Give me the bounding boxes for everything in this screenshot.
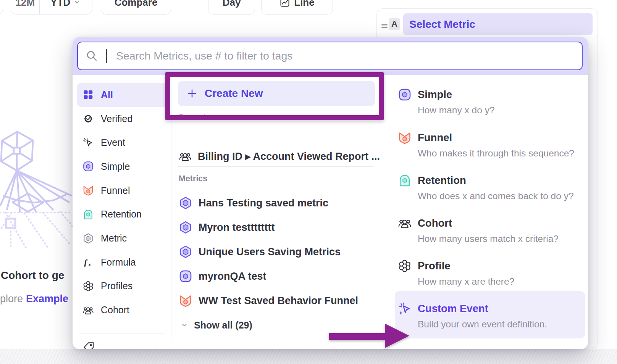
- metric-item[interactable]: WW Test Saved Behavior Funnel: [179, 292, 358, 310]
- empty-state-headline: Cohort to ge: [1, 269, 64, 282]
- item-label: WW Test Saved Behavior Funnel: [199, 295, 358, 307]
- item-label: Unique Users Saving Metrics: [199, 246, 341, 258]
- list-divider: [178, 166, 374, 167]
- category-label: Verified: [101, 113, 132, 124]
- category-cohort[interactable]: Cohort: [77, 298, 169, 322]
- sidebar-divider: [80, 333, 165, 333]
- metric-type-description: How many users match x criteria?: [418, 232, 559, 245]
- metric-item[interactable]: Myron testttttttt: [179, 218, 275, 237]
- drag-handle-icon[interactable]: [380, 22, 389, 30]
- category-formula[interactable]: ƒxFormula: [77, 250, 169, 274]
- category-metric[interactable]: Metric: [77, 226, 169, 250]
- granularity-day-button[interactable]: Day: [208, 0, 255, 14]
- metric-type-title: Cohort: [418, 214, 452, 232]
- metric-type-custom-event[interactable]: Custom EventBuild your own event definit…: [398, 300, 585, 335]
- chart-type-line-button[interactable]: Line: [261, 0, 333, 14]
- tag-icon: [83, 342, 95, 349]
- wireframe-cube-illustration: [0, 128, 73, 250]
- chevron-down-icon: [180, 321, 189, 329]
- explore-text-fragment: plore: [0, 293, 23, 304]
- select-metric-button[interactable]: Select Metric: [403, 13, 593, 35]
- sidebar-item-clipped[interactable]: [83, 342, 95, 349]
- category-label: All: [101, 89, 113, 100]
- metric-type-title: Retention: [418, 171, 466, 190]
- category-event[interactable]: Event: [77, 130, 169, 155]
- custom-event-icon: [398, 302, 412, 316]
- category-profiles[interactable]: Profiles: [77, 274, 169, 298]
- category-funnel[interactable]: Funnel: [77, 179, 169, 203]
- saved-metric-icon: [179, 196, 192, 210]
- simple-metric-icon: [398, 88, 412, 101]
- metric-type-retention[interactable]: RetentionWho does x and comes back to do…: [398, 171, 585, 206]
- show-all-toggle[interactable]: Show all (29): [180, 319, 252, 332]
- metric-type-description: How many x do y?: [418, 104, 495, 117]
- event-cursor-icon: [82, 137, 94, 148]
- funnel-icon: [82, 185, 94, 196]
- svg-text:ƒ: ƒ: [84, 258, 88, 267]
- funnel-icon: [398, 131, 412, 145]
- date-range-control: 12M YTD: [11, 0, 92, 14]
- item-label: Billing ID ▸ Account Viewed Report ...: [198, 150, 380, 163]
- metric-hexagon-icon: [82, 233, 94, 244]
- column-divider: [171, 82, 171, 338]
- metric-type-title: Funnel: [418, 129, 452, 147]
- metric-item[interactable]: myronQA test: [179, 267, 267, 285]
- metric-type-description: How many x are there?: [418, 275, 514, 288]
- cohort-people-icon: [398, 216, 412, 230]
- recent-item[interactable]: Billing ID ▸ Account Viewed Report ...: [179, 147, 380, 166]
- toolbar-button-fragment[interactable]: [0, 0, 3, 14]
- metric-type-description: Who does x and comes back to do y?: [418, 190, 574, 203]
- annotation-arrow-icon: [325, 320, 415, 355]
- retention-icon: [398, 174, 412, 187]
- category-verified[interactable]: Verified: [77, 107, 169, 131]
- metric-type-simple[interactable]: SimpleHow many x do y?: [398, 85, 585, 121]
- metric-item[interactable]: Unique Users Saving Metrics: [179, 243, 341, 261]
- series-a-badge: A: [389, 18, 400, 30]
- range-12m-button[interactable]: 12M: [11, 0, 39, 14]
- category-label: Simple: [101, 161, 130, 172]
- category-label: Retention: [101, 209, 142, 220]
- formula-icon: ƒx: [82, 256, 94, 268]
- column-divider: [393, 82, 393, 338]
- category-label: Metric: [101, 233, 127, 244]
- item-label: Myron testttttttt: [199, 222, 275, 234]
- metric-search-input[interactable]: [77, 42, 583, 70]
- item-label: myronQA test: [199, 271, 267, 282]
- verified-badge-icon: [82, 113, 94, 124]
- metric-item[interactable]: Hans Testing saved metric: [179, 194, 328, 212]
- cohort-people-icon: [82, 304, 94, 316]
- profiles-icon: [82, 280, 94, 292]
- category-label: Cohort: [101, 304, 129, 316]
- text-cursor: [106, 49, 107, 63]
- metric-type-profile[interactable]: ProfileHow many x are there?: [398, 257, 585, 292]
- category-label: Profiles: [101, 280, 132, 292]
- metric-type-description: Who makes it through this sequence?: [418, 147, 574, 160]
- category-retention[interactable]: Retention: [77, 203, 169, 227]
- metric-type-title: Custom Event: [418, 300, 488, 318]
- compare-button[interactable]: Compare: [101, 0, 171, 14]
- profiles-icon: [398, 259, 412, 273]
- line-chart-icon: [279, 0, 290, 8]
- metric-type-title: Simple: [418, 85, 452, 104]
- grid-icon: [82, 89, 94, 100]
- simple-metric-icon: [179, 269, 192, 283]
- category-all[interactable]: All: [77, 83, 169, 107]
- category-simple[interactable]: Simple: [77, 155, 169, 179]
- range-ytd-button[interactable]: YTD: [39, 0, 92, 14]
- category-label: Funnel: [101, 185, 130, 196]
- item-label: Hans Testing saved metric: [199, 197, 328, 209]
- metric-type-description: Build your own event definition.: [418, 318, 547, 331]
- metric-type-title: Profile: [418, 257, 451, 275]
- category-label: Formula: [101, 257, 136, 268]
- svg-text:x: x: [88, 261, 91, 267]
- saved-metric-icon: [179, 245, 192, 259]
- chevron-down-icon: [73, 0, 81, 6]
- category-sidebar: AllVerifiedEventSimpleFunnelRetentionMet…: [77, 83, 169, 323]
- category-label: Event: [101, 137, 125, 148]
- simple-metric-icon: [82, 161, 94, 172]
- annotation-box: [165, 72, 384, 120]
- example-link[interactable]: Example: [26, 293, 68, 304]
- funnel-icon: [179, 294, 192, 308]
- metric-type-funnel[interactable]: FunnelWho makes it through this sequence…: [398, 129, 585, 164]
- metric-type-cohort[interactable]: CohortHow many users match x criteria?: [398, 214, 585, 249]
